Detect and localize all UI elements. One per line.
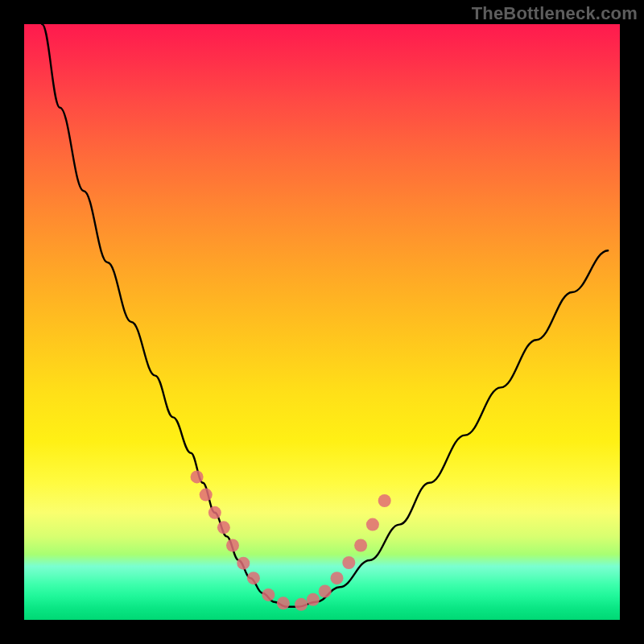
marker-dot (366, 518, 379, 531)
chart-stage: TheBottleneck.com (0, 0, 644, 644)
marker-dot (378, 494, 391, 507)
plot-area (24, 24, 620, 620)
highlight-markers (191, 470, 391, 610)
marker-dot (191, 470, 204, 483)
watermark-text: TheBottleneck.com (472, 3, 638, 24)
marker-dot (208, 506, 221, 519)
marker-dot (200, 489, 213, 502)
marker-dot (226, 539, 239, 552)
marker-dot (277, 597, 290, 609)
marker-dot (331, 572, 344, 584)
marker-dot (319, 585, 332, 598)
bottleneck-curve (42, 24, 608, 607)
marker-dot (354, 539, 367, 552)
marker-dot (247, 572, 260, 584)
marker-dot (237, 557, 250, 570)
chart-svg (24, 24, 620, 620)
marker-dot (262, 588, 275, 601)
marker-dot (342, 556, 355, 569)
marker-dot (295, 598, 308, 611)
marker-dot (217, 521, 230, 534)
marker-dot (307, 593, 320, 606)
